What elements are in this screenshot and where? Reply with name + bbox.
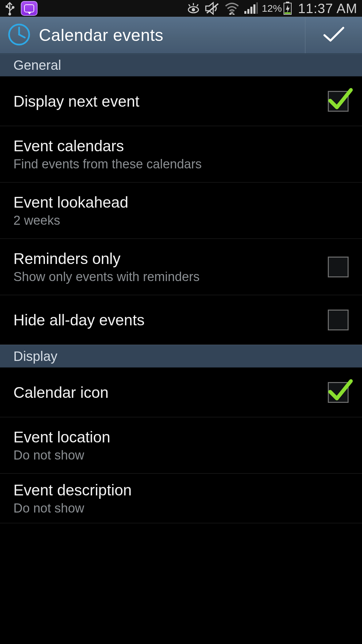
- row-subtitle: 2 weeks: [13, 213, 349, 228]
- row-title: Event lookahead: [13, 193, 349, 211]
- svg-rect-14: [253, 4, 255, 14]
- battery-percent: 12%: [262, 3, 282, 14]
- row-reminders-only[interactable]: Reminders only Show only events with rem…: [0, 239, 362, 295]
- checkmark-icon: [322, 26, 346, 45]
- app-notification-icon: [21, 1, 38, 16]
- section-header-general: General: [0, 54, 362, 76]
- svg-rect-15: [256, 2, 258, 14]
- row-hide-all-day[interactable]: Hide all-day events: [0, 295, 362, 345]
- row-title: Hide all-day events: [13, 311, 328, 329]
- svg-line-6: [189, 4, 190, 6]
- svg-rect-18: [285, 12, 291, 14]
- signal-icon: [244, 2, 258, 14]
- svg-rect-11: [244, 11, 246, 14]
- row-title: Event description: [13, 481, 349, 499]
- svg-line-22: [19, 35, 25, 38]
- row-title: Display next event: [13, 92, 328, 110]
- battery-indicator: 12%: [262, 2, 292, 15]
- row-title: Calendar icon: [13, 383, 328, 401]
- checkbox-hide-all-day[interactable]: [328, 310, 349, 330]
- svg-rect-12: [247, 9, 249, 14]
- checkbox-reminders-only[interactable]: [328, 257, 349, 277]
- row-subtitle: Do not show: [13, 501, 349, 516]
- row-event-location[interactable]: Event location Do not show: [0, 417, 362, 474]
- section-label: Display: [13, 349, 57, 364]
- row-calendar-icon[interactable]: Calendar icon: [0, 368, 362, 417]
- wifi-icon: [224, 2, 240, 15]
- status-bar: 12% 11:37 AM: [0, 0, 362, 17]
- row-event-calendars[interactable]: Event calendars Find events from these c…: [0, 126, 362, 182]
- section-label: General: [13, 58, 61, 73]
- row-subtitle: Find events from these calendars: [13, 157, 349, 171]
- svg-marker-19: [286, 5, 290, 13]
- page-title: Calendar events: [39, 25, 164, 45]
- row-title: Event calendars: [13, 137, 349, 155]
- section-header-display: Display: [0, 345, 362, 368]
- usb-icon: [5, 1, 15, 15]
- row-event-lookahead[interactable]: Event lookahead 2 weeks: [0, 182, 362, 239]
- svg-rect-13: [250, 7, 252, 14]
- svg-point-2: [12, 6, 14, 9]
- row-event-description[interactable]: Event description Do not show: [0, 474, 362, 523]
- svg-rect-1: [6, 5, 8, 8]
- app-bar: Calendar events: [0, 17, 362, 54]
- row-title: Event location: [13, 428, 349, 446]
- checkbox-display-next-event[interactable]: [328, 91, 349, 112]
- svg-point-0: [8, 13, 11, 15]
- svg-point-4: [192, 8, 195, 11]
- clock-icon: [7, 23, 31, 48]
- mute-icon: [205, 2, 220, 15]
- row-subtitle: Do not show: [13, 448, 349, 463]
- checkbox-calendar-icon[interactable]: [328, 382, 349, 403]
- smart-stay-icon: [186, 2, 201, 14]
- row-display-next-event[interactable]: Display next event: [0, 76, 362, 126]
- row-subtitle: Show only events with reminders: [13, 270, 328, 284]
- confirm-button[interactable]: [305, 17, 362, 53]
- status-time: 11:37 AM: [298, 1, 357, 16]
- row-title: Reminders only: [13, 250, 328, 268]
- svg-line-7: [197, 4, 198, 6]
